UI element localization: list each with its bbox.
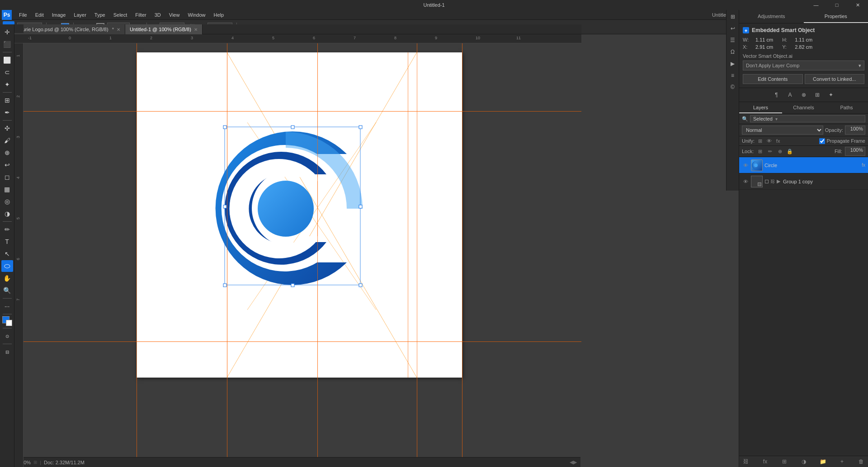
svg-rect-11 bbox=[223, 284, 226, 287]
menu-file[interactable]: File bbox=[15, 11, 31, 19]
propagate-frame-toggle[interactable]: Propagate Frame bbox=[819, 138, 865, 144]
shape-tool[interactable]: ⬭ bbox=[1, 260, 13, 272]
path-selection-tool[interactable]: ↖ bbox=[1, 248, 13, 260]
more-tools[interactable]: ··· bbox=[1, 300, 13, 312]
gradient-tool[interactable]: ▦ bbox=[1, 183, 13, 195]
properties-tab[interactable]: Properties bbox=[804, 10, 868, 23]
minimize-button[interactable]: — bbox=[806, 0, 826, 10]
menu-layer[interactable]: Layer bbox=[70, 11, 90, 19]
lock-position-icon[interactable]: ✏ bbox=[766, 148, 774, 155]
layer-group-add-icon[interactable]: 📁 bbox=[819, 458, 827, 466]
layer-link-icon[interactable]: ⛓ bbox=[742, 458, 750, 466]
layer-adjustment-add-icon[interactable]: ◑ bbox=[800, 458, 808, 466]
tab-untitled[interactable]: Untitled-1 @ 100% (RGB/8) ✕ bbox=[125, 24, 203, 34]
c-logo-svg[interactable] bbox=[207, 104, 369, 312]
layer-delete-icon[interactable]: 🗑 bbox=[857, 458, 865, 466]
layer-new-icon[interactable]: + bbox=[838, 458, 846, 466]
quick-mask-tool[interactable]: ⊙ bbox=[1, 330, 13, 342]
layers-filter-input[interactable]: Selected ▾ bbox=[750, 115, 865, 122]
lock-all-icon[interactable]: 🔒 bbox=[786, 148, 793, 155]
group-expand-arrow[interactable]: ▶ bbox=[777, 178, 780, 184]
spot-heal-tool[interactable]: ✣ bbox=[1, 122, 13, 134]
stamp-tool[interactable]: ⊕ bbox=[1, 147, 13, 159]
maximize-button[interactable]: □ bbox=[826, 0, 847, 10]
menu-3d[interactable]: 3D bbox=[151, 11, 165, 19]
pen-tool[interactable]: ✏ bbox=[1, 224, 13, 235]
close-button[interactable]: ✕ bbox=[847, 0, 868, 10]
quick-select-tool[interactable]: ✦ bbox=[1, 79, 13, 90]
blend-mode-dropdown[interactable]: Normal bbox=[742, 126, 823, 135]
layers-filter-bar: 🔍 Selected ▾ bbox=[739, 114, 868, 124]
marquee-tool[interactable]: ⬜ bbox=[1, 54, 13, 66]
layer-mask-add-icon[interactable]: ⊞ bbox=[780, 458, 788, 466]
unify-style-icon[interactable]: fx bbox=[774, 137, 782, 145]
color-swatches[interactable] bbox=[2, 316, 12, 326]
close-tab-curie[interactable]: ✕ bbox=[117, 27, 120, 32]
menu-type[interactable]: Type bbox=[91, 11, 109, 19]
crop-tool[interactable]: ⊞ bbox=[1, 94, 13, 106]
libraries-icon[interactable]: ☰ bbox=[728, 35, 738, 45]
layer-thumbnail-group1 bbox=[751, 176, 763, 187]
layer-fx-circle[interactable]: fx bbox=[862, 163, 865, 168]
transform-icon[interactable]: ⊞ bbox=[812, 90, 822, 100]
canvas-document[interactable] bbox=[24, 43, 581, 467]
paths-tab[interactable]: Paths bbox=[825, 102, 868, 113]
tab-curie-logo[interactable]: Curie Logo.psd @ 100% (Circle, RGB/8) * … bbox=[14, 24, 125, 34]
content-cred-icon[interactable]: © bbox=[728, 82, 738, 92]
artboard-tool[interactable]: ⬛ bbox=[1, 38, 13, 50]
layer-visibility-circle[interactable]: 👁 bbox=[742, 162, 749, 169]
dodge-tool[interactable]: ◑ bbox=[1, 208, 13, 219]
menu-filter[interactable]: Filter bbox=[132, 11, 150, 19]
unify-position-icon[interactable]: ⊞ bbox=[756, 137, 764, 145]
screen-mode-tool[interactable]: ⊟ bbox=[1, 346, 13, 358]
edit-contents-button[interactable]: Edit Contents bbox=[743, 74, 803, 84]
eyedropper-tool[interactable]: ✒ bbox=[1, 107, 13, 118]
text-align-icon[interactable]: ¶ bbox=[772, 90, 782, 100]
glyphs-icon[interactable]: Ω bbox=[728, 47, 738, 57]
lasso-tool[interactable]: ⊂ bbox=[1, 66, 13, 78]
font-icon[interactable]: A bbox=[785, 90, 795, 100]
layer-fx-add-icon[interactable]: fx bbox=[761, 458, 769, 466]
layers-tab[interactable]: Layers bbox=[739, 102, 782, 113]
adjustments-icon[interactable]: ⊞ bbox=[728, 12, 738, 22]
layer-comp-dropdown[interactable]: Don't Apply Layer Comp ▾ bbox=[743, 61, 864, 70]
fill-input[interactable]: 100% bbox=[845, 147, 865, 156]
menu-view[interactable]: View bbox=[165, 11, 184, 19]
history-tool[interactable]: ↩ bbox=[1, 159, 13, 171]
unify-visibility-icon[interactable]: 👁 bbox=[765, 137, 773, 145]
zoom-tool[interactable]: 🔍 bbox=[1, 285, 13, 296]
blur-tool[interactable]: ◎ bbox=[1, 196, 13, 207]
svg-rect-9 bbox=[223, 205, 226, 208]
move-tool[interactable]: ✛ bbox=[1, 26, 13, 38]
brush-tool[interactable]: 🖌 bbox=[1, 135, 13, 146]
menu-image[interactable]: Image bbox=[48, 11, 70, 19]
menu-select[interactable]: Select bbox=[110, 11, 131, 19]
styles-icon[interactable]: ✦ bbox=[826, 90, 836, 100]
actions-icon[interactable]: ▶ bbox=[728, 59, 738, 69]
layers-blend-row: Normal Opacity: 100% bbox=[739, 124, 868, 136]
close-tab-untitled[interactable]: ✕ bbox=[194, 27, 198, 32]
layer-visibility-group1[interactable]: 👁 bbox=[742, 178, 749, 185]
warp-text-icon[interactable]: ⊗ bbox=[799, 90, 809, 100]
layer-item-circle[interactable]: 👁 Circle fx bbox=[739, 157, 868, 173]
eraser-tool[interactable]: ◻ bbox=[1, 171, 13, 183]
type-tool[interactable]: T bbox=[1, 236, 13, 248]
history-icon[interactable]: ↩ bbox=[728, 23, 738, 33]
lock-pixels-icon[interactable]: ⊞ bbox=[756, 148, 764, 155]
hand-tool[interactable]: ✋ bbox=[1, 272, 13, 284]
opacity-input[interactable]: 100% bbox=[845, 126, 865, 135]
convert-to-linked-button[interactable]: Convert to Linked... bbox=[805, 74, 865, 84]
adjustments-tab[interactable]: Adjustments bbox=[739, 10, 804, 23]
panel-tabs: Adjustments Properties bbox=[739, 10, 868, 23]
layer-item-group1[interactable]: 👁 ⛓ ▶ Group 1 copy bbox=[739, 173, 868, 190]
menu-edit[interactable]: Edit bbox=[32, 11, 47, 19]
menu-window[interactable]: Window bbox=[184, 11, 209, 19]
properties-icon[interactable]: ≡ bbox=[728, 70, 738, 80]
status-controls: ◀▶ bbox=[570, 459, 577, 465]
lock-artboard-icon[interactable]: ⊕ bbox=[776, 148, 783, 155]
channels-tab[interactable]: Channels bbox=[782, 102, 825, 113]
prop-buttons: Edit Contents Convert to Linked... bbox=[743, 74, 864, 84]
menu-help[interactable]: Help bbox=[210, 11, 228, 19]
right-panel: Adjustments Properties ◈ Embedded Smart … bbox=[739, 10, 868, 467]
canvas-guide-v4 bbox=[417, 43, 417, 467]
